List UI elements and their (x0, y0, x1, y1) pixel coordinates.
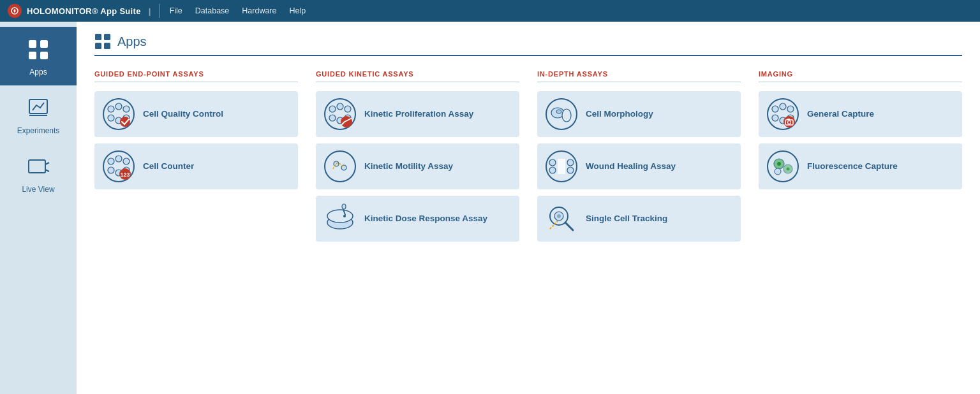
sidebar: Apps Experiments Live View (0, 22, 77, 394)
svg-point-24 (115, 156, 122, 162)
svg-rect-1 (29, 40, 36, 48)
category-imaging: IMAGING (759, 70, 962, 242)
menu-help[interactable]: Help (289, 6, 306, 15)
app-general-capture[interactable]: General Capture (759, 91, 962, 137)
logo-icon (8, 4, 22, 18)
sidebar-item-experiments[interactable]: Experiments (0, 85, 77, 144)
svg-point-52 (549, 159, 556, 166)
svg-rect-12 (95, 43, 101, 49)
category-imaging-title: IMAGING (759, 70, 962, 82)
svg-point-35 (329, 115, 336, 121)
category-guided-kinetic: GUIDED KINETIC ASSAYS (316, 70, 519, 242)
svg-point-63 (780, 103, 786, 110)
sidebar-experiments-label: Experiments (17, 126, 60, 135)
app-fluorescence-capture[interactable]: Fluorescence Capture (759, 143, 962, 189)
svg-point-38 (341, 116, 352, 128)
sidebar-item-liveview[interactable]: Live View (0, 144, 77, 203)
single-cell-tracking-icon (545, 202, 578, 235)
app-cell-quality-control[interactable]: Cell Quality Control (94, 91, 298, 137)
app-title: HOLOMONITOR® App Suite (27, 6, 141, 16)
svg-point-33 (337, 103, 343, 110)
svg-point-15 (108, 106, 114, 112)
svg-point-76 (777, 162, 781, 166)
app-fluorescence-capture-label: Fluorescence Capture (807, 161, 898, 172)
svg-rect-7 (29, 160, 45, 173)
topbar: HOLOMONITOR® App Suite | File Database H… (0, 0, 980, 22)
svg-point-17 (123, 106, 130, 112)
svg-point-16 (115, 103, 122, 110)
menu-file[interactable]: File (170, 6, 182, 15)
content-area: Apps GUIDED END-POINT ASSAYS (77, 22, 980, 394)
svg-point-23 (108, 158, 114, 164)
svg-point-77 (787, 168, 790, 171)
sidebar-item-apps[interactable]: Apps (0, 27, 77, 85)
svg-point-26 (108, 167, 114, 173)
app-cell-morphology-label: Cell Morphology (586, 108, 653, 120)
sidebar-apps-label: Apps (29, 68, 47, 77)
svg-rect-3 (29, 52, 36, 59)
svg-point-34 (345, 106, 351, 112)
categories-grid: GUIDED END-POINT ASSAYS (94, 70, 962, 242)
app-kinetic-dose-response[interactable]: Kinetic Dose Response Assay (316, 196, 519, 242)
app-kinetic-proliferation[interactable]: Kinetic Proliferation Assay (316, 91, 519, 137)
svg-point-50 (556, 110, 561, 113)
svg-rect-4 (40, 52, 48, 59)
svg-point-39 (325, 151, 355, 182)
page-header: Apps (94, 33, 962, 56)
liveview-icon (24, 153, 52, 181)
svg-point-45 (342, 204, 346, 209)
app-cell-counter-label: Cell Counter (143, 161, 194, 172)
category-in-depth-title: IN-DEPTH ASSAYS (537, 70, 741, 82)
fluorescence-capture-icon (766, 150, 799, 183)
app-general-capture-label: General Capture (807, 108, 874, 120)
page-title: Apps (117, 34, 147, 49)
page-header-icon (94, 33, 111, 50)
app-cell-quality-control-label: Cell Quality Control (143, 108, 223, 120)
app-single-cell-tracking[interactable]: Single Cell Tracking (537, 196, 741, 242)
svg-point-32 (329, 106, 336, 112)
svg-point-18 (108, 115, 114, 121)
cell-morphology-icon (545, 98, 578, 131)
svg-point-43 (327, 210, 353, 223)
svg-point-53 (549, 167, 556, 173)
category-guided-kinetic-title: GUIDED KINETIC ASSAYS (316, 70, 519, 82)
svg-rect-10 (95, 34, 101, 40)
svg-point-25 (123, 158, 130, 164)
wound-healing-icon (545, 150, 578, 183)
kinetic-motility-icon (323, 150, 357, 183)
app-kinetic-dose-response-label: Kinetic Dose Response Assay (364, 213, 487, 224)
general-capture-icon (766, 98, 799, 131)
apps-icon (24, 36, 52, 64)
sidebar-liveview-label: Live View (22, 185, 54, 194)
category-guided-endpoint: GUIDED END-POINT ASSAYS (94, 70, 298, 242)
app-single-cell-tracking-label: Single Cell Tracking (586, 213, 667, 224)
svg-point-60 (557, 214, 561, 218)
svg-point-65 (772, 115, 778, 121)
app-kinetic-motility-label: Kinetic Motility Assay (364, 161, 453, 172)
app-kinetic-proliferation-label: Kinetic Proliferation Assay (364, 108, 473, 120)
svg-rect-71 (787, 119, 790, 120)
svg-point-49 (562, 109, 571, 122)
app-cell-morphology[interactable]: Cell Morphology (537, 91, 741, 137)
svg-point-46 (343, 215, 346, 217)
menu-bar: File Database Hardware Help (170, 6, 306, 15)
category-in-depth: IN-DEPTH ASSAYS Cell Morphology (537, 70, 741, 242)
main-layout: Apps Experiments Live View (0, 22, 980, 394)
app-wound-healing[interactable]: Wound Healing Assay (537, 143, 741, 189)
app-kinetic-motility[interactable]: Kinetic Motility Assay (316, 143, 519, 189)
kinetic-proliferation-icon (323, 98, 357, 131)
svg-rect-11 (104, 34, 110, 40)
svg-rect-2 (40, 40, 48, 48)
experiments-icon (24, 94, 52, 122)
svg-point-75 (775, 168, 781, 175)
svg-rect-13 (104, 43, 110, 49)
cell-counter-icon: 123 (102, 150, 135, 183)
category-guided-endpoint-title: GUIDED END-POINT ASSAYS (94, 70, 298, 82)
menu-database[interactable]: Database (195, 6, 230, 15)
app-cell-counter[interactable]: 123 Cell Counter (94, 143, 298, 189)
svg-point-54 (567, 159, 574, 166)
svg-point-64 (787, 106, 794, 112)
svg-point-55 (567, 167, 574, 173)
menu-hardware[interactable]: Hardware (242, 6, 276, 15)
cell-quality-control-icon (102, 98, 135, 131)
